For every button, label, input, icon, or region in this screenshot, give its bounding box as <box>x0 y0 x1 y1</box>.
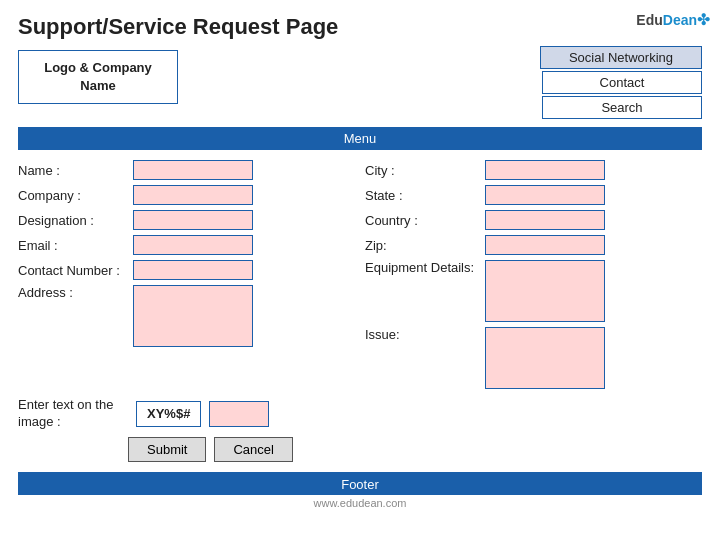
nav-contact[interactable]: Contact <box>542 71 702 94</box>
address-input[interactable] <box>133 285 253 347</box>
designation-input[interactable] <box>133 210 253 230</box>
country-input[interactable] <box>485 210 605 230</box>
captcha-section: Enter text on the image : XY%$# <box>18 397 702 431</box>
contact-input[interactable] <box>133 260 253 280</box>
cancel-button[interactable]: Cancel <box>214 437 292 462</box>
contact-row: Contact Number : <box>18 260 355 280</box>
name-input[interactable] <box>133 160 253 180</box>
designation-row: Designation : <box>18 210 355 230</box>
captcha-input[interactable] <box>209 401 269 427</box>
zip-input[interactable] <box>485 235 605 255</box>
issue-label: Issue: <box>365 327 485 342</box>
brand-logo: EduDean✤ <box>636 10 710 29</box>
footer-url: www.edudean.com <box>0 497 720 509</box>
issue-input[interactable] <box>485 327 605 389</box>
state-row: State : <box>365 185 702 205</box>
city-row: City : <box>365 160 702 180</box>
menu-bar[interactable]: Menu <box>18 127 702 150</box>
city-input[interactable] <box>485 160 605 180</box>
captcha-code: XY%$# <box>136 401 201 427</box>
equipment-input[interactable] <box>485 260 605 322</box>
brand-edu: Edu <box>636 12 662 28</box>
country-row: Country : <box>365 210 702 230</box>
city-label: City : <box>365 163 485 178</box>
logo-box: Logo & Company Name <box>18 50 178 104</box>
country-label: Country : <box>365 213 485 228</box>
issue-row: Issue: <box>365 327 702 389</box>
name-label: Name : <box>18 163 133 178</box>
address-label: Address : <box>18 285 133 300</box>
buttons-row: Submit Cancel <box>18 437 702 462</box>
submit-button[interactable]: Submit <box>128 437 206 462</box>
email-label: Email : <box>18 238 133 253</box>
form-left: Name : Company : Designation : Email : C… <box>18 160 355 389</box>
company-label: Company : <box>18 188 133 203</box>
zip-label: Zip: <box>365 238 485 253</box>
form-right: City : State : Country : Zip: Equipment … <box>365 160 702 389</box>
company-row: Company : <box>18 185 355 205</box>
logo-text-line1: Logo & Company <box>44 60 152 75</box>
equipment-label: Equipment Details: <box>365 260 485 275</box>
header-area: Logo & Company Name Social Networking Co… <box>18 46 702 121</box>
email-input[interactable] <box>133 235 253 255</box>
nav-search[interactable]: Search <box>542 96 702 119</box>
company-input[interactable] <box>133 185 253 205</box>
brand-bird-icon: ✤ <box>697 11 710 28</box>
designation-label: Designation : <box>18 213 133 228</box>
state-input[interactable] <box>485 185 605 205</box>
zip-row: Zip: <box>365 235 702 255</box>
brand-dean: Dean <box>663 12 697 28</box>
state-label: State : <box>365 188 485 203</box>
page-title: Support/Service Request Page <box>0 0 720 46</box>
footer-bar: Footer <box>18 472 702 495</box>
contact-label: Contact Number : <box>18 263 133 278</box>
address-row: Address : <box>18 285 355 347</box>
nav-social[interactable]: Social Networking <box>540 46 702 69</box>
main-content: Name : Company : Designation : Email : C… <box>18 160 702 389</box>
logo-text-line2: Name <box>80 78 115 93</box>
email-row: Email : <box>18 235 355 255</box>
nav-links: Social Networking Contact Search <box>540 46 702 121</box>
equipment-row: Equipment Details: <box>365 260 702 322</box>
captcha-label: Enter text on the image : <box>18 397 128 431</box>
name-row: Name : <box>18 160 355 180</box>
